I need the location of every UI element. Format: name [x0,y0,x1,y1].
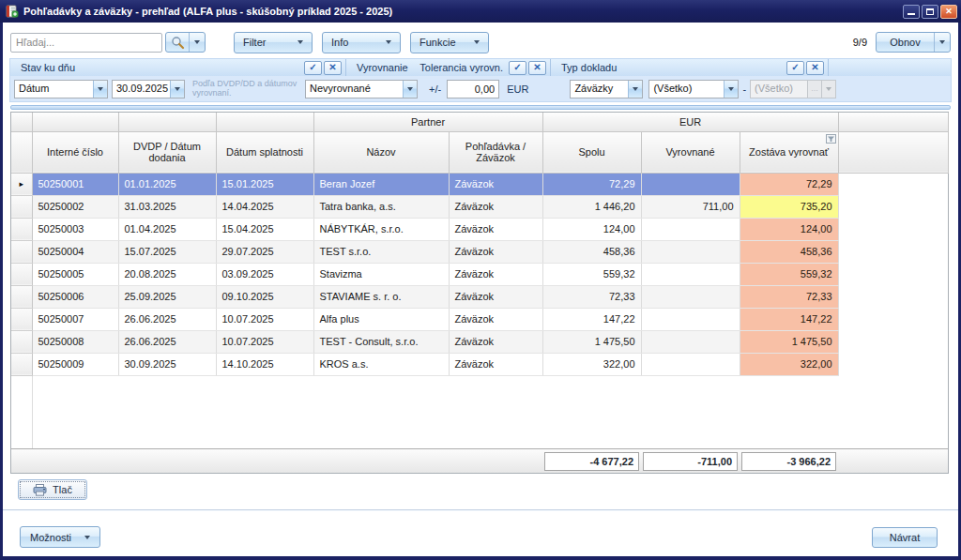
table-row[interactable]: 5025000625.09.202509.10.2025STAVIAME s. … [11,285,948,308]
cell-nazov[interactable]: Beran Jozef [313,173,449,195]
splitter-handle[interactable] [10,105,951,110]
table-row[interactable]: ▸5025000101.01.202515.01.2025Beran Jozef… [11,173,948,195]
cell-dvdp[interactable]: 26.06.2025 [118,330,216,353]
stav-mode-select[interactable]: Dátum [14,80,108,98]
filter-button[interactable]: Filter [234,32,313,53]
cell-zostava[interactable]: 735,20 [740,195,838,218]
row-indicator[interactable] [11,218,32,240]
row-indicator[interactable] [11,240,32,263]
moznosti-button[interactable]: Možnosti [20,526,100,548]
tolerance-input[interactable] [447,80,499,98]
cell-typ[interactable]: Záväzok [449,353,542,375]
row-indicator[interactable] [11,195,32,218]
row-indicator[interactable]: ▸ [11,173,32,195]
table-row[interactable]: 5025000301.04.202515.04.2025NÁBYTKÁR, s.… [11,218,948,240]
cell-spolu[interactable]: 559,32 [542,263,641,285]
cell-interne-cislo[interactable]: 50250008 [32,330,118,353]
cell-zostava[interactable]: 1 475,50 [740,330,838,353]
row-indicator[interactable] [11,263,32,285]
vyrovnanie-select[interactable]: Nevyrovnané [305,80,418,98]
cell-splatnost[interactable]: 03.09.2025 [216,263,313,285]
column-header-splatnost[interactable]: Dátum splatnosti [216,131,313,173]
obnov-button[interactable]: Obnov [876,32,951,53]
tolerancia-clear-button[interactable]: ✕ [528,61,546,75]
cell-dvdp[interactable]: 20.08.2025 [118,263,216,285]
table-row[interactable]: 5025000231.03.202514.04.2025Tatra banka,… [11,195,948,218]
cell-dvdp[interactable]: 31.03.2025 [118,195,216,218]
cell-typ[interactable]: Záväzok [449,285,542,308]
cell-nazov[interactable]: Stavizma [313,263,449,285]
column-header-zostava[interactable]: Zostáva vyrovnať [740,131,838,173]
cell-nazov[interactable]: Alfa plus [313,308,449,330]
close-button[interactable]: ✕ [940,5,957,19]
column-header-interne-cislo[interactable]: Interné číslo [32,131,118,173]
typ-apply-button[interactable]: ✓ [786,61,804,75]
cell-spolu[interactable]: 458,36 [542,240,641,263]
cell-nazov[interactable]: TEST - Consult, s.r.o. [313,330,449,353]
search-input[interactable] [10,33,162,53]
cell-dvdp[interactable]: 15.07.2025 [118,240,216,263]
row-indicator[interactable] [11,285,32,308]
cell-splatnost[interactable]: 15.01.2025 [216,173,313,195]
group-header-partner[interactable]: Partner [313,113,542,131]
cell-zostava[interactable]: 72,29 [740,173,838,195]
cell-spolu[interactable]: 322,00 [542,353,641,375]
stav-apply-button[interactable]: ✓ [304,61,322,75]
dropdown-button[interactable] [724,81,738,98]
cell-splatnost[interactable]: 10.07.2025 [216,308,313,330]
search-button[interactable] [165,32,206,53]
cell-vyrovnane[interactable]: 711,00 [641,195,740,218]
cell-vyrovnane[interactable] [641,330,740,353]
cell-splatnost[interactable]: 14.04.2025 [216,195,313,218]
cell-splatnost[interactable]: 10.07.2025 [216,330,313,353]
typ-dokladu-select[interactable]: Záväzky [570,80,643,98]
cell-spolu[interactable]: 72,29 [542,173,641,195]
table-row[interactable]: 5025000726.06.202510.07.2025Alfa plusZáv… [11,308,948,330]
dropdown-button[interactable] [93,81,107,98]
cell-nazov[interactable]: KROS a.s. [313,353,449,375]
cell-splatnost[interactable]: 15.04.2025 [216,218,313,240]
cell-interne-cislo[interactable]: 50250006 [32,285,118,308]
cell-zostava[interactable]: 72,33 [740,285,838,308]
cell-vyrovnane[interactable] [641,218,740,240]
filter-funnel-icon[interactable] [826,134,836,144]
stav-clear-button[interactable]: ✕ [324,61,342,75]
cell-vyrovnane[interactable] [641,240,740,263]
funkcie-button[interactable]: Funkcie [410,32,489,53]
cell-interne-cislo[interactable]: 50250004 [32,240,118,263]
cell-typ[interactable]: Záväzok [449,263,542,285]
column-header-vyrovnane[interactable]: Vyrovnané [641,131,740,173]
cell-zostava[interactable]: 124,00 [740,218,838,240]
cell-nazov[interactable]: STAVIAME s. r. o. [313,285,449,308]
cell-splatnost[interactable]: 14.10.2025 [216,353,313,375]
cell-nazov[interactable]: NÁBYTKÁR, s.r.o. [313,218,449,240]
cell-splatnost[interactable]: 09.10.2025 [216,285,313,308]
cell-typ[interactable]: Záväzok [449,195,542,218]
column-header-dvdp[interactable]: DVDP / Dátum dodania [118,131,216,173]
cell-interne-cislo[interactable]: 50250002 [32,195,118,218]
search-dropdown-button[interactable] [189,33,205,52]
cell-dvdp[interactable]: 01.04.2025 [118,218,216,240]
cell-vyrovnane[interactable] [641,285,740,308]
dropdown-button[interactable] [170,81,184,98]
dropdown-button[interactable] [403,81,417,98]
row-indicator[interactable] [11,353,32,375]
column-header-typ[interactable]: Pohľadávka / Záväzok [449,131,542,173]
cell-vyrovnane[interactable] [641,173,740,195]
minimize-button[interactable] [903,5,920,19]
cell-vyrovnane[interactable] [641,353,740,375]
column-header-spolu[interactable]: Spolu [542,131,641,173]
stav-date-select[interactable]: 30.09.2025 [112,80,185,98]
cell-dvdp[interactable]: 26.06.2025 [118,308,216,330]
cell-typ[interactable]: Záväzok [449,240,542,263]
cell-spolu[interactable]: 72,33 [542,285,641,308]
row-indicator[interactable] [11,330,32,353]
tolerancia-apply-button[interactable]: ✓ [509,61,526,75]
cell-dvdp[interactable]: 25.09.2025 [118,285,216,308]
obnov-dropdown-button[interactable] [934,33,950,52]
cell-dvdp[interactable]: 30.09.2025 [118,353,216,375]
cell-vyrovnane[interactable] [641,308,740,330]
cell-spolu[interactable]: 1 446,20 [542,195,641,218]
table-row[interactable]: 5025000930.09.202514.10.2025KROS a.s.Záv… [11,353,948,375]
cell-interne-cislo[interactable]: 50250009 [32,353,118,375]
